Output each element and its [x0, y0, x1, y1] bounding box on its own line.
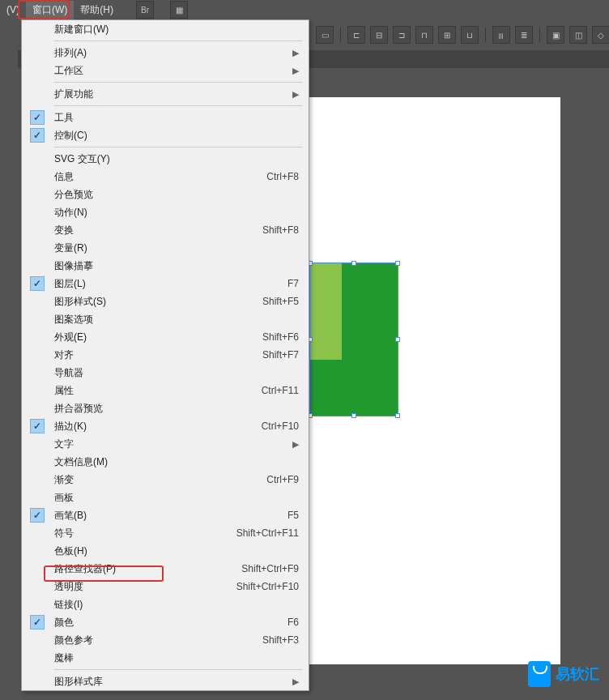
checkmark-icon: ✓	[30, 419, 45, 433]
menu-item-label: 拼合器预览	[54, 402, 299, 416]
menu-item-shortcut: Ctrl+F8	[266, 171, 299, 182]
checkmark-icon: ✓	[30, 508, 45, 523]
menu-item-34[interactable]: 魔棒	[22, 649, 309, 667]
menu-item-23[interactable]: 文档信息(M)	[22, 453, 309, 471]
menu-item-6[interactable]: SVG 交互(Y)	[22, 150, 309, 168]
menu-item-11[interactable]: 变量(R)	[22, 239, 309, 257]
checkmark-icon: ✓	[30, 276, 45, 291]
transform-icon[interactable]: ▣	[547, 26, 564, 44]
checkmark-icon: ✓	[30, 110, 45, 125]
menu-item-5[interactable]: ✓控制(C)	[22, 126, 309, 144]
distribute-h-icon[interactable]: ⫼	[492, 26, 510, 44]
menu-item-24[interactable]: 渐变Ctrl+F9	[22, 471, 309, 489]
handle-mr[interactable]	[395, 337, 400, 342]
menu-item-shortcut: Ctrl+F10	[262, 420, 299, 432]
menu-item-15[interactable]: 图案选项	[22, 310, 309, 328]
menu-help[interactable]: 帮助(H)	[74, 1, 120, 19]
menu-item-4[interactable]: ✓工具	[22, 109, 309, 126]
align-center-h-icon[interactable]: ⊟	[370, 26, 388, 44]
distribute-v-icon[interactable]: ≣	[515, 26, 533, 44]
menu-item-17[interactable]: 对齐Shift+F7	[22, 346, 309, 364]
submenu-arrow-icon: ▶	[292, 48, 299, 58]
menu-window[interactable]: 窗口(W)	[26, 1, 74, 19]
menu-item-label: 分色预览	[54, 188, 299, 202]
menu-item-0[interactable]: 新建窗口(W)	[22, 20, 309, 38]
align-center-v-icon[interactable]: ⊞	[438, 26, 456, 44]
menu-separator	[54, 41, 302, 41]
menu-item-shortcut: Ctrl+F11	[262, 385, 299, 396]
handle-br[interactable]	[395, 413, 400, 418]
menu-item-3[interactable]: 扩展功能▶	[22, 85, 309, 103]
menu-item-shortcut: Shift+Ctrl+F11	[236, 527, 299, 539]
menu-item-label: 链接(I)	[54, 598, 299, 612]
menu-item-label: 魔棒	[54, 651, 299, 665]
menu-item-27[interactable]: 符号Shift+Ctrl+F11	[22, 524, 309, 542]
menu-item-12[interactable]: 图像描摹	[22, 257, 309, 275]
window-dropdown: 新建窗口(W)排列(A)▶工作区▶扩展功能▶✓工具✓控制(C)SVG 交互(Y)…	[21, 19, 309, 691]
checkmark-icon: ✓	[30, 128, 45, 143]
menu-item-label: 工具	[54, 111, 299, 125]
shape-icon[interactable]: ◇	[592, 26, 609, 44]
menu-item-7[interactable]: 信息Ctrl+F8	[22, 168, 309, 186]
handle-tr[interactable]	[395, 261, 400, 266]
menu-item-10[interactable]: 变换Shift+F8	[22, 221, 309, 239]
align-top-icon[interactable]: ⊓	[415, 26, 433, 44]
watermark: 易软汇	[528, 661, 599, 687]
menu-item-21[interactable]: ✓描边(K)Ctrl+F10	[22, 417, 309, 435]
menu-item-shortcut: Shift+Ctrl+F9	[241, 563, 299, 574]
bridge-button[interactable]: Br	[136, 1, 154, 19]
menu-item-30[interactable]: 透明度Shift+Ctrl+F10	[22, 578, 309, 595]
menu-item-18[interactable]: 导航器	[22, 364, 309, 382]
align-left-icon[interactable]: ⊏	[347, 26, 365, 44]
submenu-arrow-icon: ▶	[292, 677, 299, 687]
menu-item-1[interactable]: 排列(A)▶	[22, 44, 309, 62]
selection-box	[309, 262, 398, 416]
menu-item-shortcut: Ctrl+F9	[266, 474, 299, 485]
menu-item-28[interactable]: 色板(H)	[22, 542, 309, 560]
menu-item-16[interactable]: 外观(E)Shift+F6	[22, 328, 309, 346]
menu-separator	[54, 669, 302, 670]
menu-item-label: 信息	[54, 170, 266, 184]
menu-item-26[interactable]: ✓画笔(B)F5	[22, 506, 309, 524]
menu-item-shortcut: F5	[287, 510, 299, 521]
menu-item-label: 变量(R)	[54, 241, 299, 255]
menu-item-13[interactable]: ✓图层(L)F7	[22, 275, 309, 292]
menubar: (V) 窗口(W) 帮助(H) Br ▦	[0, 0, 609, 19]
menu-item-label: 文档信息(M)	[54, 455, 299, 469]
menu-item-9[interactable]: 动作(N)	[22, 203, 309, 221]
menu-item-20[interactable]: 拼合器预览	[22, 399, 309, 417]
handle-bc[interactable]	[351, 413, 356, 418]
menu-item-label: 控制(C)	[54, 129, 299, 143]
menu-item-2[interactable]: 工作区▶	[22, 62, 309, 79]
menu-item-33[interactable]: 颜色参考Shift+F3	[22, 631, 309, 649]
menu-item-14[interactable]: 图形样式(S)Shift+F5	[22, 292, 309, 310]
menu-item-label: 颜色参考	[54, 634, 262, 647]
menu-item-label: 文字	[54, 438, 299, 451]
menu-item-shortcut: F6	[287, 617, 299, 628]
align-bottom-icon[interactable]: ⊔	[461, 26, 479, 44]
menu-item-shortcut: Shift+F3	[262, 634, 299, 646]
menu-v[interactable]: (V)	[0, 2, 26, 18]
menu-item-shortcut: Shift+F6	[262, 331, 299, 343]
menu-item-22[interactable]: 文字▶	[22, 435, 309, 453]
menu-item-25[interactable]: 画板	[22, 489, 309, 506]
menu-item-35[interactable]: 图形样式库▶	[22, 672, 309, 690]
menu-item-label: 动作(N)	[54, 206, 299, 220]
menu-item-label: 符号	[54, 527, 236, 540]
menu-item-29[interactable]: 路径查找器(P)Shift+Ctrl+F9	[22, 560, 309, 578]
menu-item-label: SVG 交互(Y)	[54, 152, 299, 166]
menu-item-8[interactable]: 分色预览	[22, 186, 309, 203]
menu-item-32[interactable]: ✓颜色F6	[22, 613, 309, 631]
menu-item-31[interactable]: 链接(I)	[22, 595, 309, 613]
handle-tc[interactable]	[351, 261, 356, 266]
pathfinder-icon[interactable]: ◫	[569, 26, 587, 44]
align-icon[interactable]: ▭	[316, 26, 334, 44]
align-right-icon[interactable]: ⊐	[393, 26, 411, 44]
menu-item-19[interactable]: 属性Ctrl+F11	[22, 382, 309, 399]
layout-button[interactable]: ▦	[170, 1, 188, 19]
menu-item-shortcut: F7	[287, 278, 299, 289]
checkmark-icon: ✓	[30, 615, 45, 630]
menu-item-label: 描边(K)	[54, 420, 262, 433]
menu-separator	[54, 147, 302, 147]
menu-item-label: 导航器	[54, 366, 299, 380]
